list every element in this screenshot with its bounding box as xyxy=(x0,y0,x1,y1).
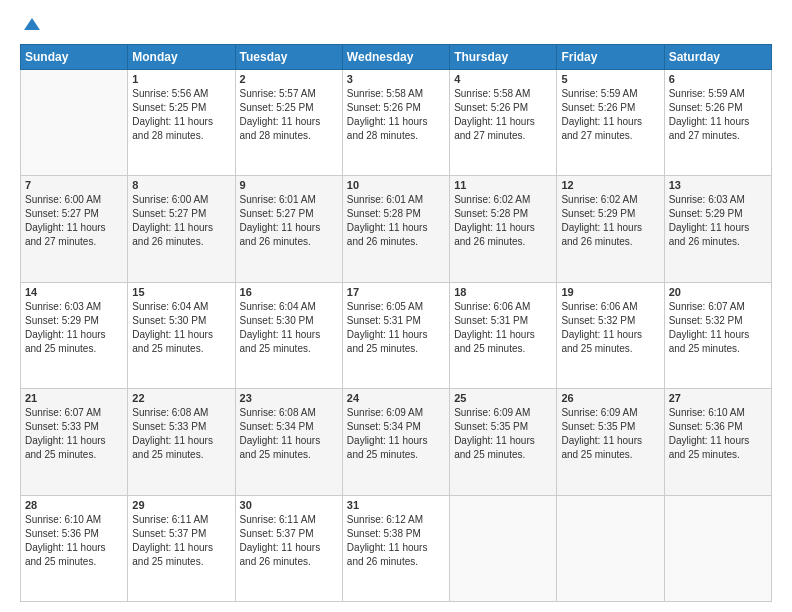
calendar-cell: 19Sunrise: 6:06 AM Sunset: 5:32 PM Dayli… xyxy=(557,282,664,388)
calendar-cell xyxy=(450,495,557,601)
svg-marker-0 xyxy=(24,18,40,30)
calendar-cell: 14Sunrise: 6:03 AM Sunset: 5:29 PM Dayli… xyxy=(21,282,128,388)
day-info: Sunrise: 6:11 AM Sunset: 5:37 PM Dayligh… xyxy=(240,513,338,569)
calendar-cell: 22Sunrise: 6:08 AM Sunset: 5:33 PM Dayli… xyxy=(128,389,235,495)
header xyxy=(20,16,772,36)
calendar-cell: 24Sunrise: 6:09 AM Sunset: 5:34 PM Dayli… xyxy=(342,389,449,495)
day-number: 17 xyxy=(347,286,445,298)
day-number: 16 xyxy=(240,286,338,298)
day-info: Sunrise: 6:04 AM Sunset: 5:30 PM Dayligh… xyxy=(240,300,338,356)
day-info: Sunrise: 6:02 AM Sunset: 5:29 PM Dayligh… xyxy=(561,193,659,249)
calendar-cell: 25Sunrise: 6:09 AM Sunset: 5:35 PM Dayli… xyxy=(450,389,557,495)
calendar-cell: 11Sunrise: 6:02 AM Sunset: 5:28 PM Dayli… xyxy=(450,176,557,282)
day-info: Sunrise: 6:08 AM Sunset: 5:33 PM Dayligh… xyxy=(132,406,230,462)
day-info: Sunrise: 6:10 AM Sunset: 5:36 PM Dayligh… xyxy=(25,513,123,569)
day-number: 5 xyxy=(561,73,659,85)
day-info: Sunrise: 6:00 AM Sunset: 5:27 PM Dayligh… xyxy=(25,193,123,249)
day-info: Sunrise: 6:02 AM Sunset: 5:28 PM Dayligh… xyxy=(454,193,552,249)
day-info: Sunrise: 6:11 AM Sunset: 5:37 PM Dayligh… xyxy=(132,513,230,569)
day-info: Sunrise: 6:08 AM Sunset: 5:34 PM Dayligh… xyxy=(240,406,338,462)
day-number: 11 xyxy=(454,179,552,191)
day-number: 6 xyxy=(669,73,767,85)
day-info: Sunrise: 6:04 AM Sunset: 5:30 PM Dayligh… xyxy=(132,300,230,356)
day-info: Sunrise: 5:57 AM Sunset: 5:25 PM Dayligh… xyxy=(240,87,338,143)
calendar-header: SundayMondayTuesdayWednesdayThursdayFrid… xyxy=(21,45,772,70)
calendar-cell: 3Sunrise: 5:58 AM Sunset: 5:26 PM Daylig… xyxy=(342,70,449,176)
calendar-cell: 28Sunrise: 6:10 AM Sunset: 5:36 PM Dayli… xyxy=(21,495,128,601)
calendar-cell: 17Sunrise: 6:05 AM Sunset: 5:31 PM Dayli… xyxy=(342,282,449,388)
day-number: 10 xyxy=(347,179,445,191)
day-number: 18 xyxy=(454,286,552,298)
day-number: 27 xyxy=(669,392,767,404)
day-info: Sunrise: 5:56 AM Sunset: 5:25 PM Dayligh… xyxy=(132,87,230,143)
day-info: Sunrise: 5:58 AM Sunset: 5:26 PM Dayligh… xyxy=(347,87,445,143)
calendar-cell: 2Sunrise: 5:57 AM Sunset: 5:25 PM Daylig… xyxy=(235,70,342,176)
calendar-week-1: 7Sunrise: 6:00 AM Sunset: 5:27 PM Daylig… xyxy=(21,176,772,282)
calendar-cell xyxy=(664,495,771,601)
calendar-cell xyxy=(21,70,128,176)
calendar-cell: 21Sunrise: 6:07 AM Sunset: 5:33 PM Dayli… xyxy=(21,389,128,495)
day-number: 22 xyxy=(132,392,230,404)
day-info: Sunrise: 6:03 AM Sunset: 5:29 PM Dayligh… xyxy=(25,300,123,356)
calendar-cell: 5Sunrise: 5:59 AM Sunset: 5:26 PM Daylig… xyxy=(557,70,664,176)
day-info: Sunrise: 6:03 AM Sunset: 5:29 PM Dayligh… xyxy=(669,193,767,249)
calendar-cell: 12Sunrise: 6:02 AM Sunset: 5:29 PM Dayli… xyxy=(557,176,664,282)
day-info: Sunrise: 6:09 AM Sunset: 5:35 PM Dayligh… xyxy=(561,406,659,462)
calendar-cell: 27Sunrise: 6:10 AM Sunset: 5:36 PM Dayli… xyxy=(664,389,771,495)
calendar-week-4: 28Sunrise: 6:10 AM Sunset: 5:36 PM Dayli… xyxy=(21,495,772,601)
day-info: Sunrise: 6:00 AM Sunset: 5:27 PM Dayligh… xyxy=(132,193,230,249)
day-info: Sunrise: 5:59 AM Sunset: 5:26 PM Dayligh… xyxy=(669,87,767,143)
calendar-cell: 10Sunrise: 6:01 AM Sunset: 5:28 PM Dayli… xyxy=(342,176,449,282)
day-info: Sunrise: 6:05 AM Sunset: 5:31 PM Dayligh… xyxy=(347,300,445,356)
day-number: 4 xyxy=(454,73,552,85)
day-number: 7 xyxy=(25,179,123,191)
calendar-cell: 4Sunrise: 5:58 AM Sunset: 5:26 PM Daylig… xyxy=(450,70,557,176)
day-info: Sunrise: 6:07 AM Sunset: 5:32 PM Dayligh… xyxy=(669,300,767,356)
calendar-cell: 7Sunrise: 6:00 AM Sunset: 5:27 PM Daylig… xyxy=(21,176,128,282)
calendar-cell: 9Sunrise: 6:01 AM Sunset: 5:27 PM Daylig… xyxy=(235,176,342,282)
day-info: Sunrise: 5:59 AM Sunset: 5:26 PM Dayligh… xyxy=(561,87,659,143)
page: SundayMondayTuesdayWednesdayThursdayFrid… xyxy=(0,0,792,612)
calendar-cell: 15Sunrise: 6:04 AM Sunset: 5:30 PM Dayli… xyxy=(128,282,235,388)
day-number: 3 xyxy=(347,73,445,85)
calendar-cell: 23Sunrise: 6:08 AM Sunset: 5:34 PM Dayli… xyxy=(235,389,342,495)
calendar-cell: 13Sunrise: 6:03 AM Sunset: 5:29 PM Dayli… xyxy=(664,176,771,282)
day-info: Sunrise: 6:06 AM Sunset: 5:32 PM Dayligh… xyxy=(561,300,659,356)
day-number: 14 xyxy=(25,286,123,298)
calendar-cell: 18Sunrise: 6:06 AM Sunset: 5:31 PM Dayli… xyxy=(450,282,557,388)
day-number: 2 xyxy=(240,73,338,85)
calendar-week-0: 1Sunrise: 5:56 AM Sunset: 5:25 PM Daylig… xyxy=(21,70,772,176)
day-number: 13 xyxy=(669,179,767,191)
calendar-cell: 20Sunrise: 6:07 AM Sunset: 5:32 PM Dayli… xyxy=(664,282,771,388)
day-number: 21 xyxy=(25,392,123,404)
calendar-cell: 1Sunrise: 5:56 AM Sunset: 5:25 PM Daylig… xyxy=(128,70,235,176)
calendar-cell: 6Sunrise: 5:59 AM Sunset: 5:26 PM Daylig… xyxy=(664,70,771,176)
calendar-cell: 30Sunrise: 6:11 AM Sunset: 5:37 PM Dayli… xyxy=(235,495,342,601)
day-info: Sunrise: 6:01 AM Sunset: 5:28 PM Dayligh… xyxy=(347,193,445,249)
calendar-table: SundayMondayTuesdayWednesdayThursdayFrid… xyxy=(20,44,772,602)
day-number: 28 xyxy=(25,499,123,511)
header-cell-tuesday: Tuesday xyxy=(235,45,342,70)
day-number: 30 xyxy=(240,499,338,511)
header-cell-wednesday: Wednesday xyxy=(342,45,449,70)
calendar-cell: 8Sunrise: 6:00 AM Sunset: 5:27 PM Daylig… xyxy=(128,176,235,282)
day-number: 12 xyxy=(561,179,659,191)
day-info: Sunrise: 6:12 AM Sunset: 5:38 PM Dayligh… xyxy=(347,513,445,569)
day-number: 24 xyxy=(347,392,445,404)
day-number: 25 xyxy=(454,392,552,404)
day-info: Sunrise: 6:07 AM Sunset: 5:33 PM Dayligh… xyxy=(25,406,123,462)
calendar-cell: 26Sunrise: 6:09 AM Sunset: 5:35 PM Dayli… xyxy=(557,389,664,495)
day-info: Sunrise: 6:06 AM Sunset: 5:31 PM Dayligh… xyxy=(454,300,552,356)
header-row: SundayMondayTuesdayWednesdayThursdayFrid… xyxy=(21,45,772,70)
header-cell-sunday: Sunday xyxy=(21,45,128,70)
day-info: Sunrise: 6:09 AM Sunset: 5:35 PM Dayligh… xyxy=(454,406,552,462)
day-number: 31 xyxy=(347,499,445,511)
day-number: 19 xyxy=(561,286,659,298)
day-number: 26 xyxy=(561,392,659,404)
day-number: 8 xyxy=(132,179,230,191)
logo xyxy=(20,16,42,36)
day-number: 9 xyxy=(240,179,338,191)
day-info: Sunrise: 5:58 AM Sunset: 5:26 PM Dayligh… xyxy=(454,87,552,143)
day-number: 15 xyxy=(132,286,230,298)
calendar-week-3: 21Sunrise: 6:07 AM Sunset: 5:33 PM Dayli… xyxy=(21,389,772,495)
